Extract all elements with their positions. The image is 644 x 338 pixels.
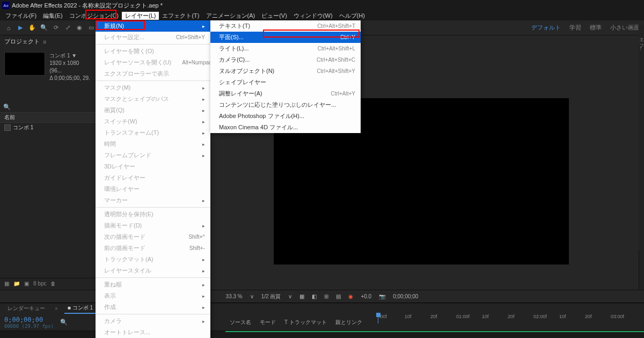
menu-item: レイヤーを開く(O) — [96, 46, 210, 57]
submenu-item[interactable]: 平面(S)...Ctrl+Y — [210, 32, 361, 43]
col-trackmatte[interactable]: T トラックマット — [284, 319, 327, 326]
trash-icon[interactable]: 🗑 — [50, 281, 56, 286]
right-panel-strip: エフ... — [639, 25, 644, 250]
menu-item: トランスフォーム(T) — [96, 127, 210, 138]
shape-tool-icon[interactable]: ▭ — [87, 24, 96, 32]
submenu-item[interactable]: コンテンツに応じた塗りつぶしのレイヤー... — [210, 99, 361, 111]
preview-time: 0;00;00;00 — [393, 293, 418, 299]
timeline-search[interactable]: 🔍 — [60, 319, 68, 326]
ruler-tick: 10f — [482, 314, 489, 319]
ruler-tick: 01:00f — [456, 314, 470, 319]
ruler-tick: 10f — [405, 314, 412, 319]
layer-menu-dropdown: 新規(N)レイヤー設定...Ctrl+Shift+Yレイヤーを開く(O)レイヤー… — [96, 20, 210, 338]
exposure[interactable]: +0.0 — [361, 293, 371, 299]
menu-item: 3Dレイヤー — [96, 161, 210, 172]
new-comp-icon[interactable]: ▣ — [24, 281, 29, 286]
submenu-item[interactable]: ライト(L)...Ctrl+Alt+Shift+L — [210, 43, 361, 54]
search-icon: 🔍 — [3, 104, 11, 111]
color-icon[interactable]: ◉ — [348, 293, 353, 299]
menu-layer[interactable]: レイヤー(L) — [122, 12, 159, 20]
interpret-icon[interactable]: ▦ — [4, 281, 9, 286]
project-panel-tab[interactable]: プロジェクト ≡ — [0, 35, 96, 48]
menu-item: レイヤー設定...Ctrl+Shift+Y — [96, 32, 210, 43]
menu-item: 時間 — [96, 138, 210, 150]
time-ruler[interactable]: :00f10f20f01:00f10f20f02:00f10f20f03:00f — [376, 314, 644, 324]
project-footer: ▦ 📁 ▣ 8 bpc 🗑 — [0, 278, 97, 289]
grid-icon[interactable]: ▦ — [299, 293, 304, 299]
orbit-tool-icon[interactable]: ⟳ — [52, 24, 60, 32]
submenu-item[interactable]: Adobe Photoshop ファイル(H)... — [210, 111, 361, 122]
menu-animation[interactable]: アニメーション(A) — [203, 12, 259, 20]
submenu-item[interactable]: テキスト(T)Ctrl+Alt+Shift+T — [210, 20, 361, 32]
menu-item: スイッチ(W) — [96, 116, 210, 127]
project-column-header[interactable]: 名前 — [0, 112, 96, 123]
menu-item: 作成 — [96, 302, 210, 313]
menu-item: 表示 — [96, 290, 210, 302]
resolution[interactable]: 1/2 画質 — [261, 293, 281, 300]
zoom-tool-icon[interactable]: 🔍 — [40, 24, 48, 32]
menu-edit[interactable]: 編集(E) — [40, 12, 66, 20]
col-parent[interactable]: 親とリンク — [335, 319, 362, 326]
rotate-tool-icon[interactable]: ⤢ — [63, 24, 72, 32]
col-mode[interactable]: モード — [260, 319, 276, 326]
ruler-tick: :00f — [379, 314, 387, 319]
menu-item: トラックマット(A) — [96, 254, 210, 265]
menu-item: マスクとシェイプのパス — [96, 93, 210, 105]
submenu-item[interactable]: カメラ(C)...Ctrl+Alt+Shift+C — [210, 54, 361, 65]
workspace-default[interactable]: デフォルト — [531, 24, 561, 32]
comp-info: コンポ 1 ▼ 1920 x 1080 (96... Δ 0;00;05;00,… — [0, 48, 96, 86]
zoom-level[interactable]: 33.3 % — [226, 293, 243, 299]
render-queue-tab[interactable]: レンダーキュー — [4, 304, 48, 313]
comp-thumbnail — [4, 52, 45, 76]
project-panel: プロジェクト ≡ コンポ 1 ▼ 1920 x 1080 (96... Δ 0;… — [0, 35, 97, 290]
guides-icon[interactable]: ⊞ — [324, 293, 328, 299]
comp-name: コンポ 1 ▼ — [49, 52, 92, 60]
titlebar: Ae Adobe After Effects 2022 - 名称未設定プロジェク… — [0, 0, 644, 11]
comp-tab[interactable]: ■ コンポ 1 — [64, 303, 96, 314]
menu-item: 画質(Q) — [96, 105, 210, 116]
effects-tab-collapsed[interactable]: エフ... — [638, 35, 645, 50]
submenu-item[interactable]: Maxon Cinema 4D ファイル... — [210, 122, 361, 133]
playhead[interactable] — [378, 314, 378, 324]
project-item[interactable]: コンポ 1 — [0, 123, 96, 133]
menu-file[interactable]: ファイル(F) — [2, 12, 40, 20]
comp-item-icon — [4, 124, 11, 131]
channel-icon[interactable]: ▤ — [336, 293, 341, 299]
project-search[interactable]: 🔍 — [0, 102, 96, 112]
new-folder-icon[interactable]: 📁 — [13, 281, 20, 286]
workspace-standard[interactable]: 標準 — [590, 24, 602, 32]
menu-item: ガイドレイヤー — [96, 172, 210, 183]
menu-item: 次の描画モードShift+^ — [96, 231, 210, 243]
menu-item: カメラ — [96, 315, 210, 327]
mask-icon[interactable]: ◧ — [312, 293, 317, 299]
workspace-learn[interactable]: 学習 — [569, 24, 581, 32]
workspace-tabs: デフォルト 学習 標準 小さい画面 — [531, 24, 640, 32]
menu-window[interactable]: ウィンドウ(W) — [290, 12, 336, 20]
app-title: Adobe After Effects 2022 - 名称未設定プロジェクト.a… — [12, 2, 163, 10]
submenu-item[interactable]: 調整レイヤー(A)Ctrl+Alt+Y — [210, 88, 361, 99]
comp-dimensions: 1920 x 1080 (96... — [49, 60, 92, 75]
home-icon[interactable]: ⌂ — [4, 24, 13, 32]
menu-item: エクスプローラーで表示 — [96, 68, 210, 79]
menu-item[interactable]: 新規(N) — [96, 20, 210, 32]
submenu-item[interactable]: ヌルオブジェクト(N)Ctrl+Alt+Shift+Y — [210, 65, 361, 77]
workspace-small[interactable]: 小さい画面 — [610, 24, 640, 32]
menu-view[interactable]: ビュー(V) — [258, 12, 290, 20]
ruler-tick: 02:00f — [533, 314, 547, 319]
snapshot-icon[interactable]: 📷 — [379, 293, 385, 299]
hand-tool-icon[interactable]: ✋ — [28, 24, 36, 32]
menubar[interactable]: ファイル(F) 編集(E) コンポジション(C) レイヤー(L) エフェクト(T… — [0, 11, 644, 20]
anchor-tool-icon[interactable]: ◉ — [75, 24, 84, 32]
current-frame: 00000 (29.97 fps) — [4, 324, 54, 329]
ruler-tick: 20f — [508, 314, 515, 319]
menu-help[interactable]: ヘルプ(H) — [336, 12, 368, 20]
menu-item: レイヤースタイル — [96, 265, 210, 276]
ruler-tick: 03:00f — [611, 314, 624, 319]
col-source[interactable]: ソース名 — [230, 319, 251, 326]
bpc-badge[interactable]: 8 bpc — [33, 281, 46, 286]
menu-effect[interactable]: エフェクト(T) — [159, 12, 202, 20]
menu-composition[interactable]: コンポジション(C) — [66, 12, 122, 20]
submenu-item[interactable]: シェイプレイヤー — [210, 77, 361, 88]
current-timecode[interactable]: 0;00;00;00 — [4, 316, 54, 324]
selection-tool-icon[interactable]: ▶ — [16, 24, 25, 32]
